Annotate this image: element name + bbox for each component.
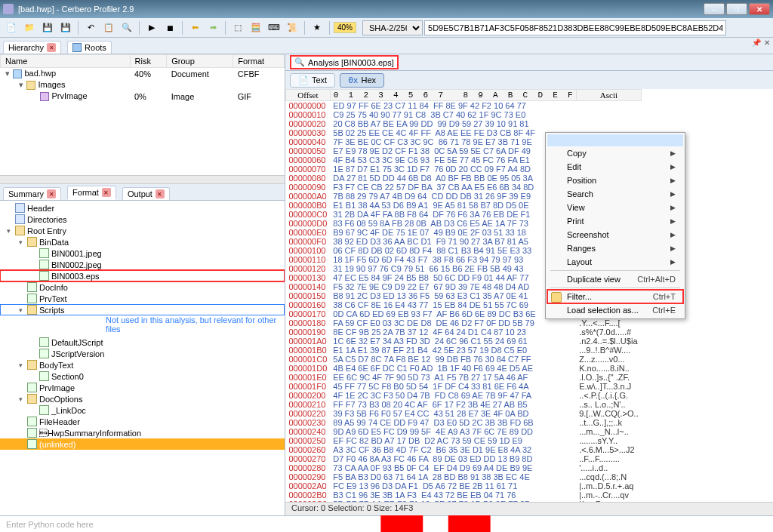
- tree-item[interactable]: (unlinked): [0, 438, 285, 450]
- hex-row[interactable]: 000001B0E1 1A E1 39 87 EF 21 B4 42 5E 23…: [286, 346, 642, 355]
- save-as-icon[interactable]: 💾: [57, 20, 74, 35]
- ctx-copy[interactable]: Copy▶: [547, 146, 683, 160]
- tree-item[interactable]: PrvImage: [0, 382, 285, 393]
- hex-row[interactable]: 00000290F5 BA B3 D0 63 71 64 1A 28 BD B8…: [286, 472, 642, 481]
- hash-value-field[interactable]: [424, 20, 726, 35]
- hex-row[interactable]: 00000270D7 F0 46 8A A3 FC 46 FA 89 DE 03…: [286, 454, 642, 463]
- hex-row[interactable]: 000001E0EE 6C 9C 4F 7F 90 5D 73 A1 F5 7B…: [286, 373, 642, 382]
- hex-row[interactable]: 00000250EF FC 82 BD A7 17 DB D2 AC 73 59…: [286, 436, 642, 445]
- tree-item[interactable]: JScriptVersion: [0, 348, 285, 359]
- hex-row[interactable]: 000002C05D BF 7B AA EB F9 71 10 5E 37 F8…: [286, 500, 642, 502]
- ctx-layout[interactable]: Layout▶: [547, 255, 683, 269]
- ctx-load-selection[interactable]: Load selection as...Ctrl+E: [547, 303, 683, 317]
- close-icon[interactable]: ✕: [156, 189, 165, 198]
- hex-row[interactable]: 000002B0B3 C1 96 3E 3B 1A F3 E4 43 72 BE…: [286, 490, 642, 500]
- col-name[interactable]: Name: [1, 55, 131, 68]
- tree-item[interactable]: ▾BodyText: [0, 359, 285, 371]
- tree-item[interactable]: DefaultJScript: [0, 337, 285, 348]
- format-tree[interactable]: HeaderDirectories▾Root Entry▾BinDataBIN0…: [0, 201, 285, 515]
- hash-algo-select[interactable]: SHA-2/256: [362, 20, 423, 35]
- hex-row[interactable]: 00000260A3 3C CF 36 B8 4D 7F C2 B6 35 3E…: [286, 445, 642, 454]
- view-text-button[interactable]: 📄Text: [290, 73, 335, 88]
- hex-row[interactable]: 00000010C9 25 75 40 90 77 91 C8 3B C7 40…: [286, 110, 642, 119]
- calc-icon[interactable]: 🧮: [248, 20, 264, 35]
- ctx-duplicate-view[interactable]: Duplicate viewCtrl+Alt+D: [547, 272, 683, 286]
- col-format[interactable]: Format: [233, 55, 285, 68]
- hex-row[interactable]: 00000000ED 97 FF 6E 23 C7 11 84 FF 8E 9F…: [286, 101, 642, 111]
- tab-format[interactable]: Format✕: [67, 186, 116, 200]
- tree-item[interactable]: Header: [0, 202, 285, 214]
- tab-roots[interactable]: Roots: [67, 41, 112, 54]
- file-table[interactable]: Name Risk Group Format ▾bad.hwp40%Docume…: [0, 54, 285, 175]
- hex-row[interactable]: 0000023089 A5 99 74 CE DD F9 47 D3 E0 5D…: [286, 418, 642, 427]
- python-input[interactable]: Enter Python code here: [0, 515, 773, 532]
- ctx-edit[interactable]: Edit▶: [547, 160, 683, 174]
- close-icon[interactable]: ✕: [47, 189, 56, 198]
- hex-row[interactable]: 000002A0FC E9 13 96 D3 DA F1 D5 A6 72 BE…: [286, 481, 642, 490]
- tree-item[interactable]: BIN0002.jpeg: [0, 259, 285, 270]
- close-button[interactable]: ✕: [749, 3, 770, 15]
- pin-icon[interactable]: 📌: [752, 38, 761, 47]
- hex-row[interactable]: 000001C05A C5 D7 8C 7A F8 BE 12 99 DB FB…: [286, 355, 642, 364]
- tree-item[interactable]: HwpSummaryInformation: [0, 427, 285, 438]
- hex-row[interactable]: 000002409D A9 6D E5 FC D9 99 5F 4E A9 A3…: [286, 427, 642, 436]
- hex-row[interactable]: 0000022039 F3 5B F6 F0 57 E4 CC 43 51 28…: [286, 409, 642, 418]
- maximize-button[interactable]: □: [726, 3, 747, 15]
- undo-icon[interactable]: ↶: [82, 20, 99, 35]
- tree-item[interactable]: ▾Root Entry: [0, 225, 285, 236]
- ctx-selected-blank[interactable]: [547, 134, 683, 146]
- find-icon[interactable]: 🔍: [119, 20, 135, 35]
- minimize-button[interactable]: –: [704, 3, 725, 15]
- hex-row[interactable]: 000001A01C 6E 32 E7 34 A3 FD 3D 24 6C 96…: [286, 337, 642, 346]
- ctx-ranges[interactable]: Ranges▶: [547, 241, 683, 255]
- tree-item[interactable]: PrvText: [0, 293, 285, 304]
- terminal-icon[interactable]: ⌨: [266, 20, 282, 35]
- table-row[interactable]: ▾Images: [1, 79, 285, 91]
- script-icon[interactable]: 📜: [284, 20, 300, 35]
- hex-row[interactable]: 000001908E CF 9B 25 2A 7B 37 12 4F 64 24…: [286, 328, 642, 337]
- tree-item[interactable]: ▾Scripts: [0, 304, 285, 315]
- table-row[interactable]: ▾bad.hwp40%DocumentCFBF: [1, 68, 285, 80]
- col-group[interactable]: Group: [167, 55, 233, 68]
- tab-summary[interactable]: Summary✕: [3, 187, 61, 200]
- close-icon[interactable]: ✕: [102, 188, 111, 197]
- tree-item[interactable]: ▾BinData: [0, 236, 285, 248]
- tree-item[interactable]: _LinkDoc: [0, 404, 285, 416]
- view-hex-button[interactable]: 0xHex: [340, 73, 384, 88]
- copy-icon[interactable]: 📋: [100, 20, 117, 35]
- run-icon[interactable]: ▶: [143, 20, 160, 35]
- hex-view[interactable]: Offset 0 1 2 3 4 5 6 7 8 9 A B C D E F A…: [285, 89, 773, 502]
- tree-item[interactable]: BIN0003.eps: [0, 270, 285, 281]
- hex-icon[interactable]: ⬚: [229, 20, 246, 35]
- save-icon[interactable]: 💾: [39, 20, 56, 35]
- table-row[interactable]: PrvImage0%ImageGIF: [1, 91, 285, 102]
- hex-row[interactable]: 0000002020 C8 BB A7 BE EA 99 DD 99 D9 59…: [286, 119, 642, 128]
- ctx-print[interactable]: Print▶: [547, 214, 683, 228]
- hex-row[interactable]: 00000210FF F7 73 B3 08 20 4C AF 6F 17 F2…: [286, 400, 642, 409]
- tree-item[interactable]: ▾DocOptions: [0, 393, 285, 404]
- open-icon[interactable]: 📁: [21, 20, 38, 35]
- tree-item[interactable]: BIN0001.jpeg: [0, 248, 285, 259]
- tab-output[interactable]: Output✕: [122, 187, 170, 200]
- tree-item[interactable]: DocInfo: [0, 281, 285, 293]
- tree-item[interactable]: Directories: [0, 214, 285, 225]
- bookmark-icon[interactable]: ★: [309, 20, 325, 35]
- hex-row[interactable]: 000001D04B E4 6E 6F DC C1 F0 AD 1B 1F 40…: [286, 364, 642, 373]
- panel-close-icon[interactable]: ✕: [764, 38, 770, 47]
- nav-back-icon[interactable]: ⬅: [186, 20, 203, 35]
- ctx-view[interactable]: View▶: [547, 201, 683, 214]
- nav-fwd-icon[interactable]: ➡: [205, 20, 221, 35]
- ctx-search[interactable]: Search▶: [547, 187, 683, 201]
- ctx-screenshot[interactable]: Screenshot▶: [547, 228, 683, 241]
- ctx-position[interactable]: Position▶: [547, 174, 683, 187]
- hex-row[interactable]: 0000028073 CA AA 0F 93 B5 0F C4 EF D4 D9…: [286, 463, 642, 472]
- tree-item[interactable]: FileHeader: [0, 416, 285, 427]
- h-scrollbar[interactable]: [0, 175, 285, 184]
- ctx-filter[interactable]: Filter...Ctrl+T: [547, 290, 683, 303]
- stop-icon[interactable]: ⏹: [162, 20, 178, 35]
- hex-row[interactable]: 000002004F 1E 2C 3C F3 50 D4 7B FD C8 69…: [286, 391, 642, 400]
- tab-hierarchy[interactable]: Hierarchy ✕: [3, 41, 61, 54]
- analysis-chip[interactable]: 🔍 Analysis [BIN0003.eps]: [290, 55, 399, 69]
- tree-item[interactable]: Section0: [0, 371, 285, 382]
- hex-row[interactable]: 000001F045 FF 77 5C F8 B0 5D 54 1F DF C4…: [286, 382, 642, 391]
